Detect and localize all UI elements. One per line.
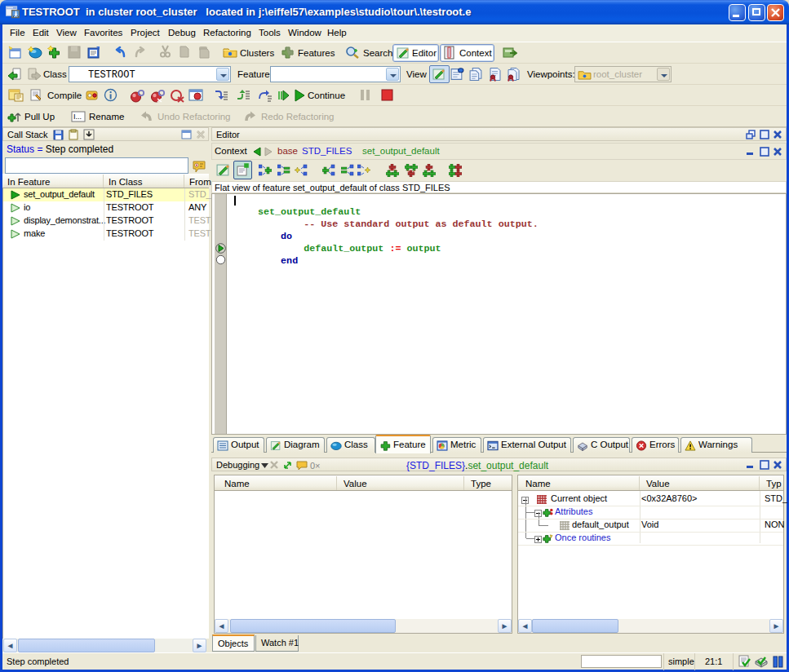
svg-text:I...: I... <box>73 113 82 121</box>
